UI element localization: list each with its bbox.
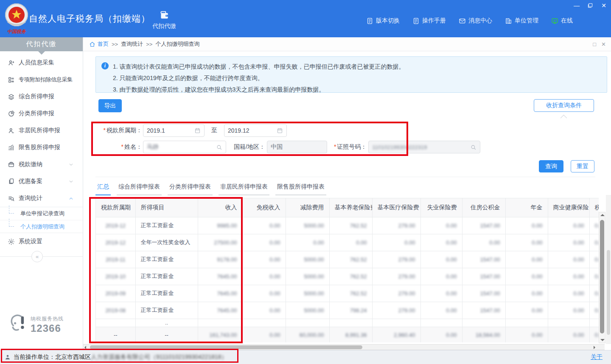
header-menu-version-switch[interactable]: 版本切换 xyxy=(366,17,400,25)
sidebar-item-classified-income[interactable]: 分类所得申报 xyxy=(0,105,83,122)
required-mark: * xyxy=(334,143,336,150)
main-content: i 1. 该查询统计表仅能查询已申报成功的数据，不包含未申报、申报失败，已申报但… xyxy=(83,51,611,350)
period-from-input[interactable]: 2019.1 xyxy=(143,124,205,137)
current-unit-label: 当前操作单位： xyxy=(14,353,55,361)
bar-chart-icon xyxy=(8,144,15,151)
breadcrumb-home[interactable]: 首页 xyxy=(98,40,109,48)
sidebar-collapse-button[interactable]: « xyxy=(31,251,43,262)
minimize-button[interactable]: — xyxy=(573,2,580,9)
notice-line: 3. 由于数据处理的滞后性，建议您在申报成功3天之后再来查询最新的申报数据。 xyxy=(113,84,601,95)
table-row[interactable]: 2019-12正常工资薪金9985.000.005000.00762.52279… xyxy=(96,217,599,234)
hotline-number: 12366 xyxy=(31,322,64,334)
id-number-input[interactable]: 110102199304222319 xyxy=(368,141,480,153)
panel-maximize-button[interactable]: □ xyxy=(593,41,596,47)
app-window: 中国税务 自然人电子税务局（扣缴端） 代扣代缴 版本切换操作手册消息中心单位管理… xyxy=(0,0,611,364)
app-title: 自然人电子税务局（扣缴端） xyxy=(29,13,150,25)
collapse-query-button[interactable]: 收折查询条件 xyxy=(534,99,594,112)
window-controls: — ✕ xyxy=(573,2,608,9)
period-to-input[interactable]: 2019.12 xyxy=(224,124,287,137)
sidebar-item-nonresident-income[interactable]: 非居民所得申报 xyxy=(0,122,83,139)
table-row[interactable]: 2019-11正常工资薪金9178.000.005000.00762.52279… xyxy=(96,251,599,268)
search-icon[interactable] xyxy=(470,144,476,150)
page-vertical-scrollbar-thumb[interactable] xyxy=(607,250,610,335)
column-header-5: 基本养老保险费 xyxy=(329,198,372,217)
column-header-1: 所得项目 xyxy=(135,198,198,217)
name-value: 马静 xyxy=(147,143,159,151)
results-table: 税款所属期所得项目收入免税收入减除费用基本养老保险费基本医疗保险费失业保险费住房… xyxy=(95,198,599,342)
tab-nonresident-return[interactable]: 非居民所得申报表 xyxy=(219,181,269,195)
sidebar-item-personnel-info[interactable]: 人员信息采集 xyxy=(0,54,83,71)
tab-restricted-shares-return[interactable]: 限售股所得申报表 xyxy=(275,181,326,195)
close-button[interactable]: ✕ xyxy=(600,2,608,9)
name-label: 姓名： xyxy=(124,143,142,150)
header-menu-message-center[interactable]: 消息中心 xyxy=(459,17,492,25)
page-vertical-scrollbar xyxy=(606,195,611,344)
tree-guide xyxy=(9,219,14,227)
table-row[interactable]: 2019-10正常工资薪金7645.000.005000.00762.52279… xyxy=(96,268,599,285)
table-row[interactable]: 2019-08正常工资薪金7645.000.005000.00798.24279… xyxy=(96,302,599,319)
hotline-label: 纳税服务热线 xyxy=(31,315,64,322)
breadcrumb-item-query-statistics: 查询统计 xyxy=(121,40,143,48)
sidebar-item-restricted-shares[interactable]: 限售股所得申报 xyxy=(0,139,83,156)
nationality-input[interactable]: 中国 xyxy=(267,141,327,153)
sidebar-item-system-settings[interactable]: 系统设置 xyxy=(0,233,83,250)
period-label: 税款所属期： xyxy=(107,127,142,133)
calendar-icon xyxy=(277,128,283,134)
tab-summary[interactable]: 汇总 xyxy=(95,181,111,195)
tab-bar: 汇总综合所得申报表分类所得申报表非居民所得申报表限售股所得申报表 xyxy=(95,181,332,195)
reset-button[interactable]: 重置 xyxy=(571,160,594,172)
sidebar-item-special-deduction[interactable]: 专项附加扣除信息采集 xyxy=(0,71,83,88)
required-mark: * xyxy=(121,143,123,150)
layers-icon xyxy=(8,93,15,100)
notice-line: 1. 该查询统计表仅能查询已申报成功的数据，不包含未申报、申报失败，已申报但已作… xyxy=(113,61,601,72)
tab-comprehensive-return[interactable]: 综合所得申报表 xyxy=(117,181,162,195)
breadcrumb: 首页 >> 查询统计 >> 个人扣缴明细查询 □ ✕ xyxy=(83,37,611,51)
horizontal-scrollbar-thumb[interactable] xyxy=(90,345,362,349)
tax-emblem-logo: 中国税务 xyxy=(4,3,29,35)
document-icon xyxy=(412,17,420,25)
table-row-partial: .. xyxy=(96,319,599,327)
scroll-right-arrow-icon[interactable] xyxy=(594,346,595,349)
divider xyxy=(95,177,595,177)
sidebar-subitem-personal-withholding-detail-query[interactable]: 个人扣缴明细查询 xyxy=(0,220,83,233)
horizontal-scrollbar xyxy=(83,344,605,350)
sidebar-item-preferential-filing[interactable]: 优惠备案 xyxy=(0,173,83,190)
search-icon[interactable] xyxy=(216,144,222,150)
header-menu-manual[interactable]: 操作手册 xyxy=(412,17,446,25)
table-row[interactable]: 2019-09正常工资薪金7645.000.005000.00762.52279… xyxy=(96,285,599,302)
panel-close-button[interactable]: ✕ xyxy=(601,41,606,47)
module-tab-withholding[interactable]: 代扣代缴 xyxy=(148,6,181,33)
gear-icon xyxy=(8,238,15,245)
sidebar-item-comprehensive-income[interactable]: 综合所得申报 xyxy=(0,88,83,105)
restore-button[interactable] xyxy=(586,2,594,9)
query-button[interactable]: 查询 xyxy=(539,160,563,172)
sidebar-subitem-unit-declare-record-query[interactable]: 单位申报记录查询 xyxy=(0,207,83,220)
tree-guide xyxy=(9,206,14,214)
current-unit-name: 人力资源服务有限公司（91110102199304221818） xyxy=(91,353,227,361)
nationality-label: 国籍/地区： xyxy=(234,143,265,151)
chevron-down-icon xyxy=(68,179,74,184)
current-unit-public: 北京市西城区 xyxy=(55,353,91,361)
table-row[interactable]: 2019-12全年一次性奖金收入27500.000.000.000.000.00… xyxy=(96,234,599,251)
about-link[interactable]: 关于 xyxy=(591,353,603,361)
column-header-8: 住房公积金 xyxy=(462,198,505,217)
info-icon: i xyxy=(101,62,109,69)
copy-icon xyxy=(8,178,15,185)
tab-classified-return[interactable]: 分类所得申报表 xyxy=(168,181,213,195)
breadcrumb-separator: >> xyxy=(146,41,152,47)
name-input[interactable]: 马静 xyxy=(143,141,226,153)
sidebar-item-tax-payment[interactable]: 税款缴纳 xyxy=(0,156,83,173)
user-plus-icon xyxy=(8,59,15,67)
pie-icon xyxy=(8,110,15,117)
headset-icon xyxy=(8,314,27,336)
scroll-left-arrow-icon[interactable] xyxy=(84,346,86,349)
scroll-up-arrow-icon[interactable] xyxy=(600,214,605,216)
header-menu-org-management[interactable]: 单位管理 xyxy=(505,17,538,25)
id-label: 证照号码： xyxy=(337,143,367,150)
vertical-scrollbar-thumb[interactable] xyxy=(600,220,604,333)
table-summary-row: ----161,743.000.0060,000.008,991.362,960… xyxy=(96,327,599,342)
export-button[interactable]: 导出 xyxy=(98,99,122,112)
scroll-down-arrow-icon[interactable] xyxy=(600,339,605,341)
breadcrumb-item-current-page: 个人扣缴明细查询 xyxy=(155,40,199,48)
sidebar-item-query-statistics[interactable]: 查询统计 xyxy=(0,190,83,207)
